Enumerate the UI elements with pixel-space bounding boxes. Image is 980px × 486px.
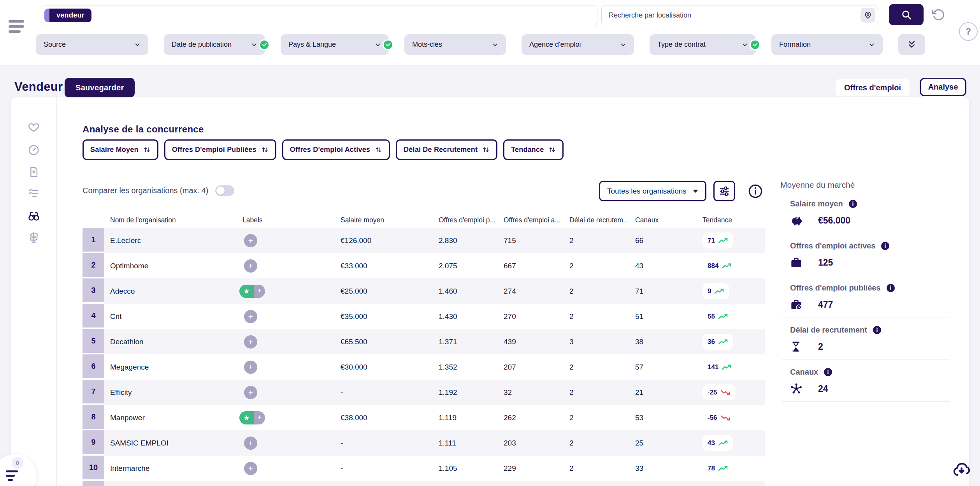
save-button[interactable]: Sauvegarder <box>65 78 135 97</box>
jobs-tab-button[interactable]: Offres d'emploi <box>836 79 910 96</box>
more-filters-button[interactable] <box>898 34 925 55</box>
organisation-filter-dropdown[interactable]: Toutes les organisations <box>599 181 706 201</box>
filter-pill-pays-langue[interactable]: Pays & Langue <box>281 34 389 55</box>
labels-group[interactable]: ★ + <box>239 411 265 424</box>
table-row[interactable] <box>83 481 765 486</box>
stat-label: Salaire moyen <box>790 199 843 208</box>
stat-info-icon[interactable] <box>881 241 890 250</box>
trend-down-icon <box>720 389 731 396</box>
checklist-icon[interactable] <box>28 187 40 199</box>
sort-arrows-icon <box>482 146 490 153</box>
add-label-button[interactable]: + <box>244 335 257 349</box>
add-label-button[interactable]: + <box>244 361 257 374</box>
table-row[interactable]: 10 Intermarche + - 1.105 229 2 33 78 <box>83 456 765 481</box>
row-trend: 55 <box>698 308 765 324</box>
filter-pill-date-de-publication[interactable]: Date de publication <box>164 34 265 55</box>
table-row[interactable]: 9 SAMSIC EMPLOI + - 1.111 203 2 25 43 <box>83 430 765 456</box>
filter-pill-agence-d-emploi[interactable]: Agence d'emploi <box>522 34 634 55</box>
stat-info-icon[interactable] <box>873 326 882 335</box>
add-label-button[interactable]: + <box>244 234 257 247</box>
filter-pill-source[interactable]: Source <box>36 34 148 55</box>
stat-info-icon[interactable] <box>886 284 895 292</box>
row-rank: 1 <box>83 228 104 253</box>
chevron-down-icon <box>620 42 626 48</box>
filter-check-icon <box>750 39 760 50</box>
table-row[interactable]: 4 Crit + €35.000 1.430 270 2 51 55 <box>83 304 765 329</box>
chevron-down-icon <box>251 42 257 48</box>
row-trend: 36 <box>698 334 765 350</box>
help-label: ? <box>966 26 971 37</box>
table-row[interactable]: 8 Manpower ★ + €38.000 1.119 262 2 53 -5… <box>83 405 765 430</box>
row-organisation-name: Optimhome <box>104 262 229 270</box>
add-label-button[interactable]: + <box>254 411 265 424</box>
analyse-tab-button[interactable]: Analyse <box>920 78 966 96</box>
cv-document-icon[interactable] <box>28 166 40 178</box>
hamburger-menu-icon[interactable] <box>9 20 24 33</box>
sort-button-label: Offres D'emploi Publiées <box>172 146 256 154</box>
signpost-icon[interactable] <box>28 231 40 243</box>
trend-up-icon <box>718 313 728 320</box>
row-trend: -56 <box>698 410 765 426</box>
row-salary: €33.000 <box>336 262 434 270</box>
table-row[interactable]: 6 Megagence + €30.000 1.352 207 2 57 141 <box>83 354 765 380</box>
export-download-button[interactable] <box>952 461 971 479</box>
sort-button[interactable]: Offres D'emploi Actives <box>282 139 390 160</box>
trend-value: -56 <box>708 414 717 422</box>
reset-search-button[interactable] <box>932 8 946 22</box>
sort-button[interactable]: Offres D'emploi Publiées <box>164 139 276 160</box>
sort-button[interactable]: Délai De Recrutement <box>396 139 497 160</box>
location-input[interactable] <box>602 5 861 25</box>
sort-button[interactable]: Salaire Moyen <box>83 139 158 160</box>
add-label-button[interactable]: + <box>244 386 257 399</box>
chevron-down-icon <box>134 42 141 48</box>
help-button[interactable]: ? <box>959 22 978 41</box>
dashboard-gauge-icon[interactable] <box>28 144 40 156</box>
column-settings-button[interactable] <box>713 181 735 201</box>
labels-group[interactable]: ★ + <box>239 285 265 298</box>
table-info-button[interactable] <box>748 183 763 199</box>
table-row[interactable]: 2 Optimhome + €33.000 2.075 667 2 43 884 <box>83 253 765 278</box>
keyword-tag[interactable]: vendeur <box>44 9 91 22</box>
stat-info-icon[interactable] <box>848 199 857 208</box>
table-row[interactable]: 7 Efficity + - 1.192 32 2 21 -25 <box>83 380 765 405</box>
search-button[interactable] <box>889 4 924 25</box>
location-pin-icon[interactable] <box>861 8 875 23</box>
row-labels: + <box>229 310 336 323</box>
row-organisation-name: Manpower <box>104 414 229 422</box>
table-row[interactable]: 5 Decathlon + €65.500 1.371 439 3 38 36 <box>83 329 765 354</box>
divider <box>782 317 950 317</box>
row-delay: 2 <box>566 363 631 372</box>
stat-info-icon[interactable] <box>824 368 832 377</box>
row-active: 229 <box>499 464 566 473</box>
compare-toggle[interactable] <box>215 185 234 196</box>
keyword-text-field[interactable] <box>95 5 594 25</box>
competition-binoculars-icon[interactable] <box>28 210 40 222</box>
table-row[interactable]: 1 E.Leclerc + €126.000 2.830 715 2 66 71 <box>83 228 765 253</box>
filter-pill-formation[interactable]: Formation <box>771 34 883 55</box>
filter-pill-type-de-contrat[interactable]: Type de contrat <box>650 34 756 55</box>
undo-icon <box>932 8 945 21</box>
table-row[interactable]: 3 Adecco ★ + €25.000 1.460 274 2 71 9 <box>83 278 765 304</box>
add-label-button[interactable]: + <box>254 285 265 298</box>
sort-button[interactable]: Tendance <box>503 139 564 160</box>
row-channels: 38 <box>631 338 698 346</box>
filter-pill-mots-cl-s[interactable]: Mots-clés <box>404 34 506 55</box>
stat-label: Délai de recrutement <box>790 326 867 335</box>
table-body: 1 E.Leclerc + €126.000 2.830 715 2 66 71… <box>83 228 765 486</box>
row-channels: 57 <box>631 363 698 372</box>
double-chevron-down-icon <box>907 40 917 49</box>
add-label-button[interactable]: + <box>244 259 257 273</box>
row-active: 32 <box>499 388 566 397</box>
add-label-button[interactable]: + <box>244 437 257 450</box>
trend-up-icon <box>718 465 728 472</box>
row-labels: + <box>229 361 336 374</box>
row-organisation-name: Megagence <box>104 363 229 372</box>
add-label-button[interactable]: + <box>244 310 257 323</box>
favorites-heart-icon[interactable] <box>28 121 40 133</box>
add-label-button[interactable]: + <box>244 462 257 475</box>
stat-value: 24 <box>818 384 828 394</box>
row-rank: 3 <box>83 278 104 304</box>
market-stat: Offres d'emploi actives <box>780 241 960 269</box>
row-active: 203 <box>499 439 566 447</box>
keyword-search-input[interactable]: vendeur <box>41 5 597 25</box>
